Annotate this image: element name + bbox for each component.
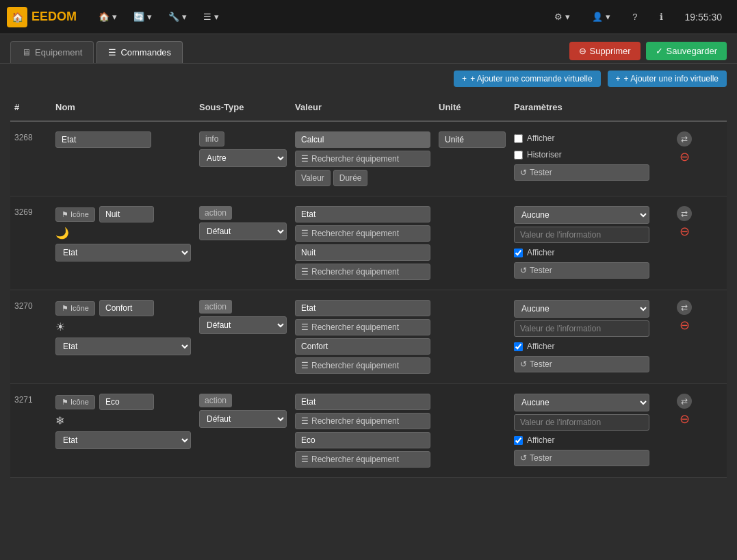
save-button[interactable]: ✓ Sauvegarder: [646, 42, 727, 60]
params-cell-3270: Aucune Afficher ↺ Tester: [510, 297, 654, 375]
menu-icon: ☰: [203, 12, 211, 22]
flag-icon3: ⚑: [62, 398, 68, 406]
share-icon-3268[interactable]: ⇄: [677, 131, 692, 147]
valeur-etat-3271[interactable]: [295, 394, 430, 410]
rechercher-eq-btn-3268[interactable]: ☰ Rechercher équipement: [295, 151, 430, 167]
tester-icon-3271: ↺: [520, 453, 527, 463]
nav-menu[interactable]: ☰ ▾: [195, 6, 227, 27]
table-row: 3270 ⚑ Icône ☀ Etat action Défaut: [10, 290, 727, 384]
nav-refresh[interactable]: 🔄 ▾: [125, 6, 160, 27]
value-info-3269[interactable]: [514, 227, 649, 243]
share-icon-3271[interactable]: ⇄: [677, 394, 692, 409]
tester-btn-3269[interactable]: ↺ Tester: [514, 262, 649, 279]
afficher-checkbox-3268[interactable]: [514, 134, 523, 143]
navbar: 🏠 EEDOM 🏠 ▾ 🔄 ▾ 🔧 ▾ ☰ ▾ ⚙ ▾ 👤 ▾ ? ℹ 19:5…: [0, 0, 737, 34]
valeur-value-3271[interactable]: [295, 432, 430, 448]
add-virtual-info-button[interactable]: + + Ajouter une info virtuelle: [608, 71, 727, 87]
duree-btn-3268[interactable]: Durée: [333, 170, 368, 186]
nom-input-3271[interactable]: [99, 394, 154, 410]
row-id-3269: 3269: [10, 203, 51, 220]
save-icon: ✓: [656, 46, 663, 56]
valeur-etat-3269[interactable]: [295, 206, 430, 222]
afficher-checkbox-3271[interactable]: [514, 436, 523, 445]
user-icon: 👤: [592, 12, 603, 22]
etat-select-3270[interactable]: Etat: [55, 338, 191, 355]
add-virtual-cmd-button[interactable]: + + Ajouter une commande virtuelle: [454, 71, 600, 87]
action-cell-3268: ⇄ ⊖: [654, 129, 715, 167]
etat-select-3269[interactable]: Etat: [55, 244, 191, 262]
unite-cell-3269: [435, 203, 510, 209]
nav-info[interactable]: ℹ: [651, 6, 671, 27]
params-select-3271[interactable]: Aucune: [514, 394, 649, 411]
tab-commands[interactable]: ☰ Commandes: [96, 41, 183, 63]
rechercher-eq-btn2-3270[interactable]: ☰ Rechercher équipement: [295, 357, 430, 374]
remove-btn-3269[interactable]: ⊖: [680, 224, 690, 239]
tester-btn-3271[interactable]: ↺ Tester: [514, 450, 649, 466]
nav-user[interactable]: 👤 ▾: [584, 6, 619, 27]
valeur-value-3269[interactable]: [295, 244, 430, 261]
col-id: #: [10, 99, 51, 115]
rechercher-eq-btn2-3271[interactable]: ☰ Rechercher équipement: [295, 451, 430, 468]
sous-type-select-3271[interactable]: Défaut: [199, 410, 287, 428]
nom-input-3269[interactable]: [99, 206, 154, 222]
search-icon2: ☰: [301, 267, 309, 277]
icone-btn-3270[interactable]: ⚑ Icône: [55, 301, 95, 316]
nav-tools[interactable]: 🔧 ▾: [160, 6, 195, 27]
value-info-3270[interactable]: [514, 320, 649, 337]
col-params: Paramètres: [510, 99, 654, 115]
tab-equipment[interactable]: 🖥 Equipement: [10, 41, 94, 63]
unite-cell-3271: [435, 391, 510, 396]
rechercher-eq-btn2-3269[interactable]: ☰ Rechercher équipement: [295, 264, 430, 280]
nav-help[interactable]: ?: [624, 6, 645, 27]
afficher-checkbox-3269[interactable]: [514, 249, 523, 257]
row-id-3271: 3271: [10, 391, 51, 407]
nav-settings[interactable]: ⚙ ▾: [546, 6, 578, 27]
search-icon5: ☰: [301, 416, 309, 426]
icone-btn-3271[interactable]: ⚑ Icône: [55, 395, 95, 409]
valeur-input-3268[interactable]: [295, 131, 430, 148]
rechercher-eq-btn1-3271[interactable]: ☰ Rechercher équipement: [295, 413, 430, 429]
etat-select-3271[interactable]: Etat: [55, 431, 191, 449]
home-icon: 🏠: [99, 12, 109, 22]
sous-type-select-3270[interactable]: Défaut: [199, 316, 287, 334]
valeur-value-3270[interactable]: [295, 338, 430, 355]
params-select-3270[interactable]: Aucune: [514, 300, 649, 318]
share-icon-3270[interactable]: ⇄: [677, 300, 692, 315]
refresh-icon: 🔄: [133, 12, 144, 22]
brand-logo[interactable]: 🏠 EEDOM: [7, 7, 77, 27]
nav-home[interactable]: 🏠 ▾: [90, 6, 125, 27]
valeur-btn-3268[interactable]: Valeur: [295, 170, 331, 186]
sous-type-select-3268[interactable]: Autre: [199, 149, 287, 167]
share-icon-3269[interactable]: ⇄: [677, 206, 692, 221]
col-unite: Unité: [435, 99, 510, 115]
historiser-checkbox-3268[interactable]: [514, 151, 523, 160]
tester-btn-3268[interactable]: ↺ Tester: [514, 164, 649, 181]
nom-input-3268[interactable]: [55, 131, 151, 148]
icone-symbol-3270: ☀: [55, 320, 191, 333]
tester-btn-3270[interactable]: ↺ Tester: [514, 356, 649, 372]
remove-btn-3270[interactable]: ⊖: [680, 318, 690, 333]
remove-btn-3268[interactable]: ⊖: [680, 149, 690, 164]
icone-btn-3269[interactable]: ⚑ Icône: [55, 207, 95, 222]
plus-icon: +: [462, 74, 467, 84]
unite-input-3268[interactable]: [439, 131, 506, 148]
rechercher-eq-btn1-3269[interactable]: ☰ Rechercher équipement: [295, 225, 430, 242]
delete-button[interactable]: ⊖ Supprimer: [569, 42, 641, 60]
tester-icon-3268: ↺: [520, 168, 527, 177]
sous-type-select-3269[interactable]: Défaut: [199, 222, 287, 240]
icone-symbol-3269: 🌙: [55, 227, 191, 240]
afficher-checkbox-3270[interactable]: [514, 342, 523, 351]
afficher-row-3270: Afficher: [514, 342, 649, 351]
icone-symbol-3271: ❄: [55, 414, 191, 427]
nom-input-3270[interactable]: [99, 300, 154, 316]
params-select-3269[interactable]: Aucune: [514, 206, 649, 224]
brand-name: EEDOM: [31, 10, 77, 24]
unite-cell-3270: [435, 297, 510, 303]
valeur-etat-3270[interactable]: [295, 300, 430, 316]
search-icon6: ☰: [301, 455, 309, 464]
value-info-3271[interactable]: [514, 414, 649, 431]
action-cell-3270: ⇄ ⊖: [654, 297, 715, 335]
search-icon: ☰: [301, 154, 309, 164]
rechercher-eq-btn1-3270[interactable]: ☰ Rechercher équipement: [295, 319, 430, 335]
remove-btn-3271[interactable]: ⊖: [680, 411, 690, 427]
